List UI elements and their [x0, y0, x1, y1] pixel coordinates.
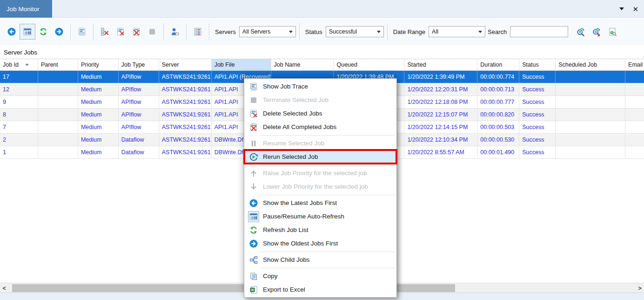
menu-item-delete-selected-jobs[interactable]: Delete Selected Jobs — [244, 107, 396, 120]
status-filter-label: Status — [305, 28, 322, 35]
chevron-down-icon — [478, 31, 482, 33]
menu-icon-slot — [244, 169, 263, 178]
cell-job-type: Dataflow — [119, 134, 159, 146]
column-header-duration[interactable]: Duration — [477, 59, 519, 70]
refresh-job-list-button[interactable] — [35, 24, 51, 40]
title-bar: Job Monitor ✕ — [0, 0, 644, 18]
rerun-icon — [249, 152, 258, 162]
cell-job-id: 9 — [0, 96, 38, 108]
cell-parent — [38, 71, 78, 83]
person-folder-icon — [170, 27, 180, 36]
column-header-server[interactable]: Server — [159, 59, 212, 70]
column-header-email-sta[interactable]: Email Sta — [625, 59, 644, 70]
cell-scheduled-job — [556, 134, 625, 146]
status-filter-dropdown[interactable]: Successful — [326, 26, 384, 37]
column-header-status[interactable]: Status — [519, 59, 556, 70]
menu-item-label: Rerun Selected Job — [263, 153, 318, 160]
menu-item-label: Delete Selected Jobs — [263, 110, 322, 117]
cell-email-sta — [625, 134, 644, 146]
menu-item-delete-all-completed-jobs[interactable]: Delete All Completed Jobs — [244, 120, 396, 134]
show-oldest-jobs-first-button[interactable] — [51, 24, 67, 40]
menu-icon-slot — [244, 239, 263, 248]
cell-priority: Medium — [78, 83, 119, 95]
column-header-job-id[interactable]: Job Id — [0, 59, 38, 70]
scroll-left-arrow-icon[interactable]: < — [0, 283, 8, 293]
job-monitor-tab[interactable]: Job Monitor — [0, 0, 52, 18]
show-job-trace-button[interactable] — [74, 24, 90, 40]
search-input[interactable] — [510, 26, 568, 37]
cell-server: ASTWKS241:9261 — [159, 121, 212, 133]
menu-icon-slot — [244, 255, 263, 265]
window-controls: ✕ — [619, 0, 638, 18]
menu-item-resume-selected-job: Resume Selected Job — [244, 136, 396, 150]
cell-job-id: 12 — [0, 83, 38, 95]
user-jobs-button[interactable] — [167, 24, 183, 40]
menu-item-label: Pause/Resume Auto-Refresh — [263, 213, 344, 220]
column-header-job-name[interactable]: Job Name — [271, 59, 334, 70]
pause-window-icon — [23, 27, 32, 36]
cell-started: 1/20/2022 12:18:08 PM — [404, 96, 477, 108]
date-range-filter-label: Date Range — [393, 28, 425, 35]
cell-duration: 00:00:00.503 — [477, 121, 519, 133]
column-header-job-file[interactable]: Job File — [212, 59, 271, 70]
table-header-row: Job IdParentPriorityJob TypeServerJob Fi… — [0, 59, 644, 71]
cell-email-sta — [625, 146, 644, 158]
toolbar-separator — [209, 23, 209, 40]
cell-job-id: 1 — [0, 146, 38, 158]
cell-email-sta — [625, 109, 644, 121]
cell-job-type: APIflow — [119, 83, 159, 95]
cell-status: Success — [519, 83, 556, 95]
scroll-right-arrow-icon[interactable]: > — [636, 283, 644, 293]
cell-server: ASTWKS241:9261 — [159, 96, 212, 108]
cell-status: Success — [519, 121, 556, 133]
menu-icon-slot — [244, 285, 263, 294]
menu-item-pause-resume-auto-refresh[interactable]: Pause/Resume Auto-Refresh — [244, 210, 396, 223]
delete-selected-jobs-button[interactable] — [113, 24, 128, 40]
delete-job-hierarchy-button[interactable] — [97, 24, 113, 40]
menu-item-refresh-job-list[interactable]: Refresh Job List — [244, 223, 396, 237]
date-range-filter-dropdown[interactable]: All — [429, 26, 485, 37]
search-prev-icon — [576, 27, 585, 36]
column-header-job-type[interactable]: Job Type — [119, 59, 159, 70]
cell-parent — [38, 96, 78, 108]
cell-started: 1/20/2022 1:39:49 PM — [404, 71, 477, 83]
column-header-parent[interactable]: Parent — [38, 59, 78, 70]
cell-status: Success — [519, 109, 556, 121]
menu-item-rerun-selected-job[interactable]: Rerun Selected Job — [244, 150, 396, 164]
context-menu: Show Job TraceTerminate Selected JobDele… — [244, 78, 397, 298]
search-find-button[interactable] — [573, 24, 589, 40]
column-header-label: Email Sta — [628, 61, 644, 68]
search-options-button[interactable] — [604, 24, 620, 40]
column-header-scheduled-job[interactable]: Scheduled Job — [556, 59, 625, 70]
table-list-icon — [193, 27, 202, 36]
column-header-queued[interactable]: Queued — [334, 59, 404, 70]
column-header-priority[interactable]: Priority — [78, 59, 119, 70]
menu-item-show-the-latest-jobs-first[interactable]: Show the Latest Jobs First — [244, 196, 396, 210]
servers-filter-dropdown[interactable]: All Servers — [239, 26, 296, 37]
menu-icon-slot — [244, 95, 263, 105]
window-menu-caret-icon[interactable] — [619, 7, 624, 10]
cell-server: ASTWKS241:9261 — [159, 146, 212, 158]
search-clear-button[interactable] — [589, 24, 604, 40]
menu-item-copy[interactable]: Copy — [244, 269, 396, 283]
arrow-left-circle-icon — [7, 27, 16, 36]
delete-all-completed-jobs-button[interactable] — [128, 24, 144, 40]
show-latest-jobs-first-button[interactable] — [4, 24, 20, 40]
cell-parent — [38, 83, 78, 95]
pause-resume-auto-refresh-button[interactable] — [20, 24, 35, 40]
menu-item-label: Lower Job Priority for the selected job — [263, 183, 368, 190]
menu-item-show-the-oldest-jobs-first[interactable]: Show the Oldest Jobs First — [244, 237, 396, 250]
menu-item-show-job-trace[interactable]: Show Job Trace — [244, 80, 396, 93]
menu-icon-slot — [244, 272, 263, 281]
arrow-right-circle-icon — [54, 27, 64, 36]
column-header-started[interactable]: Started — [404, 59, 477, 70]
close-icon[interactable]: ✕ — [632, 6, 638, 13]
cell-server: ASTWKS241:9261 — [159, 83, 212, 95]
menu-item-export-to-excel[interactable]: Export to Excel — [244, 283, 396, 296]
refresh-icon — [39, 27, 48, 36]
menu-item-show-child-jobs[interactable]: Show Child Jobs — [244, 253, 396, 266]
job-list-view-button[interactable] — [190, 24, 206, 40]
refresh-icon — [249, 225, 258, 235]
cell-parent — [38, 146, 78, 158]
toolbar-separator — [70, 23, 71, 40]
